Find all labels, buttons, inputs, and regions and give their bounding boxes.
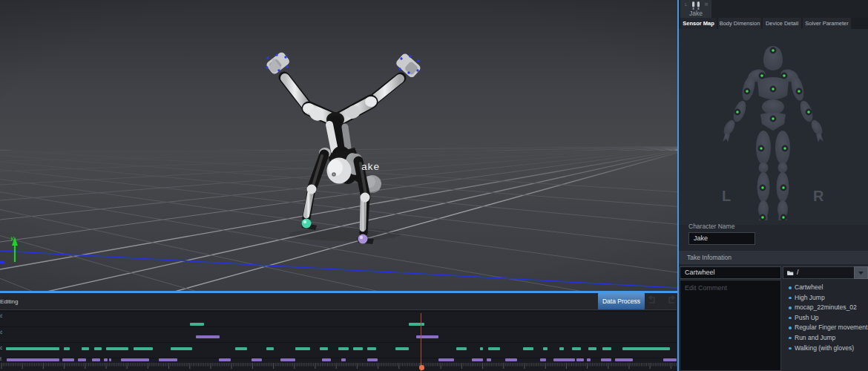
svg-text:y: y — [10, 234, 14, 241]
svg-text:R: R — [813, 188, 824, 204]
svg-text:R: R — [705, 2, 708, 7]
svg-text:ake: ake — [361, 162, 379, 173]
svg-text:Jake: Jake — [689, 10, 703, 17]
svg-text:L: L — [685, 2, 688, 7]
svg-text:L: L — [722, 188, 731, 204]
